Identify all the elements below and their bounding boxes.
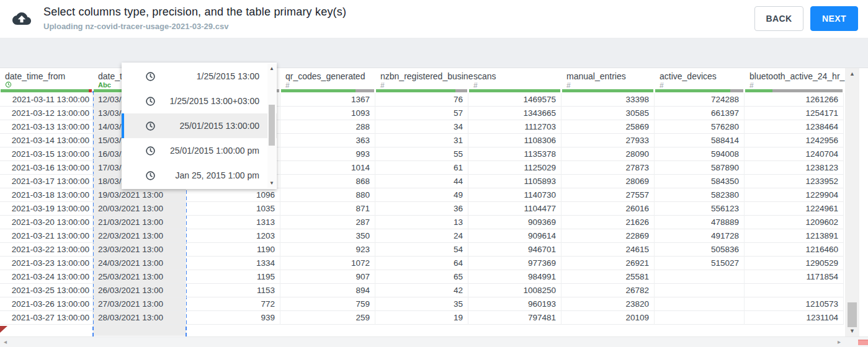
table-cell: 1210573: [745, 297, 844, 311]
vertical-scrollbar[interactable]: ▲ ▼: [845, 68, 859, 336]
table-cell: 1254171: [745, 107, 844, 120]
scroll-down-arrow[interactable]: ▼: [845, 328, 859, 334]
table-cell: 2021-03-21 13:00:00: [0, 229, 93, 243]
table-cell: 1216460: [745, 243, 844, 257]
number-type-marker: #: [749, 81, 754, 90]
table-cell: 923: [280, 243, 375, 257]
table-cell: 2021-03-15 13:00:00: [0, 147, 93, 161]
table-cell: 909369: [468, 216, 562, 229]
table-cell: 588414: [655, 134, 745, 147]
table-cell: 55: [375, 147, 468, 161]
column-header-manual_entries[interactable]: manual_entries: [566, 71, 626, 81]
table-row: 2021-03-25 13:00:0026/03/2021 13:0011538…: [0, 284, 844, 297]
table-cell: 880: [280, 188, 375, 202]
table-cell: [655, 297, 745, 311]
clock-icon: [145, 96, 156, 107]
table-cell: 25581: [562, 270, 655, 284]
table-cell: 871: [280, 202, 375, 216]
table-cell: 1290529: [745, 257, 844, 270]
dropdown-option[interactable]: 25/01/2015 13:00:00: [122, 113, 277, 138]
table-cell: 505836: [655, 243, 745, 257]
table-cell: 36: [375, 202, 468, 216]
table-cell: 26782: [562, 284, 655, 297]
table-cell: 1153: [186, 284, 280, 297]
table-row: 2021-03-26 13:00:0027/03/2021 13:0077275…: [0, 297, 844, 311]
table-cell: 1135378: [468, 147, 562, 161]
table-cell: 1224961: [745, 202, 844, 216]
page-title: Select columns type, precision, and the …: [43, 6, 346, 19]
table-cell: 28090: [562, 147, 655, 161]
table-cell: 515027: [655, 257, 745, 270]
table-cell: 582380: [655, 188, 745, 202]
table-row: 2021-03-19 13:00:0020/03/2021 13:0010358…: [0, 202, 844, 216]
table-cell: 556123: [655, 202, 745, 216]
table-cell: 65: [375, 270, 468, 284]
table-cell: 350: [280, 229, 375, 243]
dropdown-option[interactable]: 1/25/2015 13:00: [122, 64, 277, 89]
dropdown-scroll-down-arrow[interactable]: ▼: [267, 180, 276, 186]
table-cell: 76: [375, 93, 468, 107]
table-cell: 576280: [655, 120, 745, 134]
table-cell: 1261266: [745, 93, 844, 107]
table-cell: 1203: [186, 229, 280, 243]
table-cell: 1240704: [745, 147, 844, 161]
datetime-format-dropdown-panel: 1/25/2015 13:001/25/2015 13:00+03:0025/0…: [122, 63, 277, 189]
dropdown-option[interactable]: 1/25/2015 13:00+03:00: [122, 89, 277, 113]
scroll-up-arrow[interactable]: ▲: [845, 71, 859, 77]
vertical-scroll-thumb[interactable]: [848, 302, 857, 327]
column-header-scans[interactable]: scans: [473, 71, 496, 81]
dropdown-scroll-up-arrow[interactable]: ▲: [267, 66, 276, 71]
table-cell: 27933: [562, 134, 655, 147]
table-cell: 57: [375, 107, 468, 120]
column-header-date_t[interactable]: date_t: [98, 71, 122, 81]
column-header-qr_codes_generated[interactable]: qr_codes_generated: [285, 71, 365, 81]
table-cell: 1125029: [468, 161, 562, 175]
table-cell: 363: [280, 134, 375, 147]
dropdown-option[interactable]: Jan 25, 2015 1:00 pm: [122, 163, 277, 188]
back-button[interactable]: BACK: [754, 6, 803, 31]
table-cell: 20/03/2021 13:00: [93, 202, 186, 216]
table-cell: 1105893: [468, 175, 562, 188]
table-cell: 2021-03-24 13:00:00: [0, 270, 93, 284]
table-cell: 1112703: [468, 120, 562, 134]
table-cell: 984991: [468, 270, 562, 284]
error-flag-marker: [0, 326, 7, 333]
table-row: 2021-03-23 13:00:0024/03/2021 13:0013341…: [0, 257, 844, 270]
table-cell: 977369: [468, 257, 562, 270]
table-cell: 594008: [655, 147, 745, 161]
column-header-bluetooth_active_24_hr_[interactable]: bluetooth_active_24_hr_: [749, 71, 843, 81]
horizontal-scrollbar[interactable]: ◂ ▸: [0, 336, 868, 347]
table-cell: 30585: [562, 107, 655, 120]
dropdown-option-label: 1/25/2015 13:00: [197, 71, 259, 81]
clock-icon: [145, 71, 156, 82]
column-quality-bar: [469, 89, 560, 92]
column-header-nzbn_registered_busine[interactable]: nzbn_registered_busine: [380, 71, 467, 81]
number-type-marker: #: [285, 81, 290, 90]
table-cell: 1140730: [468, 188, 562, 202]
selected-option-indicator: [122, 113, 124, 138]
table-cell: 24615: [562, 243, 655, 257]
next-button[interactable]: NEXT: [810, 6, 858, 31]
clock-icon: [145, 146, 156, 156]
table-row: 2021-03-20 13:00:0021/03/2021 13:0013132…: [0, 216, 844, 229]
clock-type-icon: [5, 81, 12, 88]
table-cell: 31: [375, 134, 468, 147]
number-type-marker: #: [566, 81, 571, 90]
dropdown-option[interactable]: 25/01/2015 1:00:00 pm: [122, 138, 277, 163]
table-cell: 2021-03-12 13:00:00: [0, 107, 93, 120]
scroll-left-arrow[interactable]: ◂: [4, 338, 7, 345]
scroll-right-arrow[interactable]: ▸: [838, 338, 841, 345]
table-cell: 772: [186, 297, 280, 311]
column-header-active_devices[interactable]: active_devices: [660, 71, 717, 81]
table-cell: [655, 284, 745, 297]
table-cell: 2021-03-25 13:00:00: [0, 284, 93, 297]
table-cell: 907: [280, 270, 375, 284]
dropdown-scrollbar[interactable]: ▲ ▼: [267, 64, 276, 188]
table-cell: 42: [375, 284, 468, 297]
table-cell: 724288: [655, 93, 745, 107]
dropdown-scroll-thumb[interactable]: [269, 105, 275, 146]
column-header-date_time_from[interactable]: date_time_from: [5, 71, 65, 81]
table-cell: 1469575: [468, 93, 562, 107]
table-row: 2021-03-22 13:00:0023/03/2021 13:0011909…: [0, 243, 844, 257]
table-cell: 26921: [562, 257, 655, 270]
